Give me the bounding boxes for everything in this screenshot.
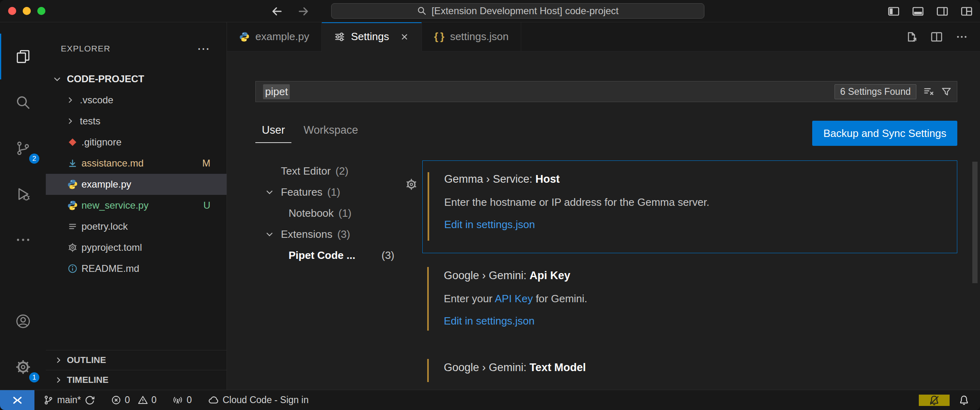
tab-example-py[interactable]: example.py xyxy=(227,22,322,51)
problems-status-item[interactable]: 0 0 xyxy=(111,395,157,406)
explorer-tree: CODE-PROJECT .vscode tests xyxy=(46,68,227,350)
toc-extensions[interactable]: Extensions (3) xyxy=(255,224,399,245)
chevron-down-icon xyxy=(263,187,276,197)
close-window-button[interactable] xyxy=(8,7,16,15)
chevron-right-icon xyxy=(64,96,76,105)
toc-text-editor[interactable]: Text Editor (2) xyxy=(255,160,399,182)
notifications-bell[interactable] xyxy=(950,395,980,406)
errors-count: 0 xyxy=(125,395,130,406)
toggle-sidebar-icon[interactable] xyxy=(888,5,900,17)
git-branch-icon xyxy=(43,395,53,405)
timeline-section[interactable]: TIMELINE xyxy=(46,370,227,390)
layout-controls xyxy=(888,0,973,22)
setting-gear-icon[interactable] xyxy=(405,178,417,190)
branch-status-item[interactable]: main* xyxy=(43,395,95,406)
explorer-item-poetry-lock[interactable]: poetry.lock xyxy=(46,216,227,237)
api-key-link[interactable]: API Key xyxy=(495,293,533,305)
edit-in-settings-json-link[interactable]: Edit in settings.json xyxy=(444,218,957,231)
activity-bar: 2 xyxy=(0,22,46,390)
cloud-code-status-item[interactable]: Cloud Code - Sign in xyxy=(208,395,308,406)
gear-icon xyxy=(15,359,31,375)
explorer-item-vscode[interactable]: .vscode xyxy=(46,90,227,111)
remote-indicator[interactable] xyxy=(0,390,34,410)
explorer-item-new-service[interactable]: new_service.py U xyxy=(46,195,227,216)
activity-run-debug[interactable] xyxy=(0,171,46,217)
settings-badge: 1 xyxy=(29,372,39,382)
toc-features[interactable]: Features (1) xyxy=(255,182,399,203)
close-tab-icon[interactable] xyxy=(400,32,409,42)
toggle-panel-icon[interactable] xyxy=(912,5,924,17)
explorer-item-readme[interactable]: README.md xyxy=(46,258,227,279)
search-icon xyxy=(15,94,31,111)
root-folder-label: CODE-PROJECT xyxy=(67,73,144,85)
explorer-root-folder[interactable]: CODE-PROJECT xyxy=(46,68,227,90)
files-icon xyxy=(15,49,31,65)
tab-label: settings.json xyxy=(450,30,509,43)
explorer-item-gitignore[interactable]: .gitignore xyxy=(46,132,227,153)
settings-search-input[interactable]: pipet 6 Settings Found xyxy=(255,81,957,102)
history-nav xyxy=(271,0,310,22)
setting-google-gemini-text-model[interactable]: Google › Gemini: Text Model xyxy=(422,345,957,382)
bell-icon xyxy=(959,395,969,406)
toc-label: Extensions xyxy=(281,228,332,241)
explorer-item-example[interactable]: example.py xyxy=(46,174,227,195)
tab-settings[interactable]: Settings xyxy=(322,22,422,51)
scope-tab-user[interactable]: User xyxy=(255,121,291,143)
setting-google-gemini-api-key[interactable]: Google › Gemini: Api Key Enter your API … xyxy=(422,263,957,335)
activity-settings[interactable]: 1 xyxy=(0,344,46,390)
edit-in-settings-json-link[interactable]: Edit in settings.json xyxy=(444,315,957,327)
markdown-icon xyxy=(67,158,78,168)
customize-layout-icon[interactable] xyxy=(961,5,973,17)
scrollbar-thumb[interactable] xyxy=(972,162,978,283)
explorer-item-tests[interactable]: tests xyxy=(46,111,227,132)
setting-gemma-service-host[interactable]: Gemma › Service: Host Enter the hostname… xyxy=(422,160,957,253)
toc-count: (2) xyxy=(336,165,349,177)
explorer-header: EXPLORER ⋯ xyxy=(46,22,227,68)
source-control-icon xyxy=(15,140,31,156)
git-status-badge: U xyxy=(203,200,210,211)
activity-account[interactable] xyxy=(0,298,46,344)
split-editor-icon[interactable] xyxy=(931,31,943,43)
do-not-disturb-indicator[interactable] xyxy=(919,395,950,406)
open-settings-json-icon[interactable] xyxy=(905,31,918,43)
setting-description: Enter your API Key for Gemini. xyxy=(444,293,957,305)
activity-more[interactable] xyxy=(0,217,46,263)
outline-section[interactable]: OUTLINE xyxy=(46,350,227,370)
activity-search[interactable] xyxy=(0,79,46,125)
explorer-item-pyproject[interactable]: pyproject.toml xyxy=(46,237,227,258)
sync-icon[interactable] xyxy=(85,395,95,405)
explorer-more-actions-icon[interactable]: ⋯ xyxy=(197,47,210,51)
maximize-window-button[interactable] xyxy=(37,7,45,15)
ports-status-item[interactable]: 0 xyxy=(173,395,192,406)
setting-description: Enter the hostname or IP address for the… xyxy=(444,196,957,209)
toc-notebook[interactable]: Notebook (1) xyxy=(255,203,399,224)
activity-explorer[interactable] xyxy=(0,34,46,79)
activity-source-control[interactable]: 2 xyxy=(0,125,46,171)
branch-label: main* xyxy=(57,395,81,406)
explorer-item-assistance[interactable]: assistance.md M xyxy=(46,153,227,174)
scope-tab-workspace[interactable]: Workspace xyxy=(297,121,365,142)
more-actions-icon xyxy=(15,232,31,248)
tab-bar: example.py Settings { } settings.json xyxy=(227,22,980,51)
forward-icon[interactable] xyxy=(297,5,310,17)
minimize-window-button[interactable] xyxy=(23,7,31,15)
more-actions-icon[interactable] xyxy=(956,31,968,43)
ports-count: 0 xyxy=(186,395,192,406)
toc-pipet-code[interactable]: Pipet Code ... (3) xyxy=(255,245,399,266)
backup-sync-button[interactable]: Backup and Sync Settings xyxy=(812,121,957,146)
item-label: .gitignore xyxy=(81,137,122,148)
setting-title: Google › Gemini: Api Key xyxy=(444,269,957,282)
clear-search-icon[interactable] xyxy=(923,86,934,97)
command-center[interactable]: [Extension Development Host] code-projec… xyxy=(331,3,704,19)
back-icon[interactable] xyxy=(271,5,283,17)
settings-list: Gemma › Service: Host Enter the hostname… xyxy=(422,160,957,382)
item-label: example.py xyxy=(81,179,131,190)
tab-settings-json[interactable]: { } settings.json xyxy=(422,22,521,51)
warnings-icon xyxy=(138,395,148,405)
modified-indicator xyxy=(427,267,429,331)
settings-toc: Text Editor (2) Features (1) Notebook xyxy=(255,160,399,382)
tab-label: example.py xyxy=(255,30,309,43)
filter-icon[interactable] xyxy=(941,86,952,97)
toggle-secondary-sidebar-icon[interactable] xyxy=(936,5,948,17)
scm-badge: 2 xyxy=(29,154,39,164)
